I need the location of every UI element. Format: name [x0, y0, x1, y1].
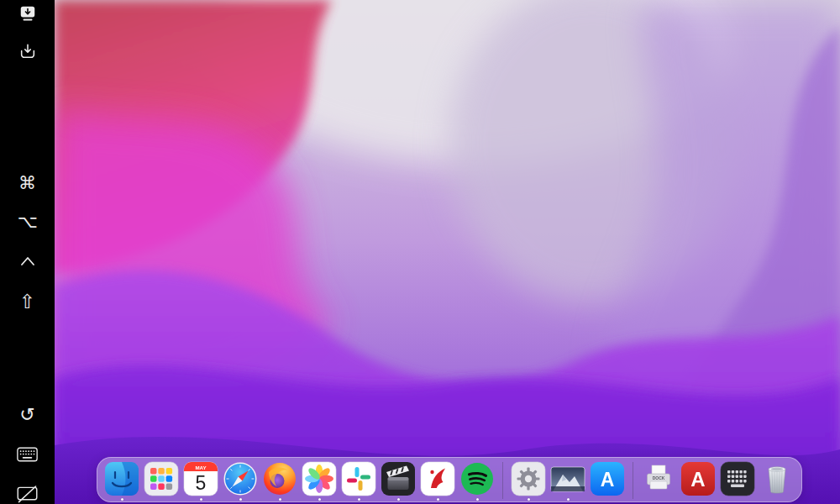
- calendar-day: 5: [196, 472, 207, 494]
- disconnect-display-icon[interactable]: [11, 480, 45, 504]
- running-indicator: [239, 498, 242, 501]
- running-indicator: [397, 498, 400, 501]
- dock-item-slack[interactable]: [341, 461, 376, 501]
- dock-item-photos[interactable]: [302, 461, 337, 501]
- slack-icon: [341, 461, 376, 496]
- acrobat-letter: A: [690, 468, 705, 491]
- remote-desktop-window: ⌘ ⌥ ⇧ ↺: [0, 0, 840, 504]
- shift-glyph: ⇧: [19, 292, 35, 312]
- trash-icon: [759, 461, 795, 496]
- keyboard-icon: [17, 447, 38, 462]
- finder-icon: [104, 461, 139, 496]
- printer-icon: DOCK: [641, 461, 676, 496]
- running-indicator: [121, 498, 123, 501]
- remote-toolbar: ⌘ ⌥ ⇧ ↺: [0, 0, 55, 504]
- running-indicator: [528, 498, 530, 501]
- monterey-wallpaper: [55, 0, 840, 504]
- dock-item-printer[interactable]: DOCK: [641, 461, 676, 501]
- shift-key-icon[interactable]: ⇧: [11, 288, 45, 315]
- command-key-icon[interactable]: ⌘: [11, 170, 45, 197]
- running-indicator: [358, 498, 360, 501]
- gear-icon: [511, 461, 546, 496]
- spotify-icon: [459, 461, 495, 496]
- dock-separator: [633, 462, 633, 499]
- undo-icon[interactable]: ↺: [11, 402, 45, 428]
- option-glyph: ⌥: [17, 213, 37, 231]
- control-chevron-icon: [18, 255, 37, 268]
- safari-compass-icon: [223, 461, 258, 496]
- calendar-icon: MAY 5: [183, 461, 218, 496]
- dock-separator: [502, 462, 503, 499]
- undo-glyph: ↺: [19, 406, 34, 424]
- screenshot-tray-icon[interactable]: [11, 0, 45, 27]
- launchpad-icon: [144, 461, 179, 496]
- running-indicator: [318, 498, 321, 501]
- acrobat-icon: A: [680, 461, 716, 496]
- app-store-icon: A: [590, 461, 625, 496]
- running-indicator: [279, 498, 281, 501]
- running-indicator: [200, 498, 202, 501]
- dock-item-launchpad[interactable]: [144, 461, 179, 501]
- clapperboard-icon: [381, 461, 416, 496]
- dock-item-calendar[interactable]: MAY 5: [183, 461, 218, 501]
- calendar-month: MAY: [195, 465, 207, 470]
- dock-item-safari[interactable]: [223, 461, 258, 501]
- running-indicator: [567, 498, 570, 501]
- printer-label: DOCK: [653, 475, 665, 480]
- photos-pinwheel-icon: [302, 461, 337, 496]
- dock-item-firefox[interactable]: [262, 461, 297, 501]
- red-logo-icon: [420, 461, 455, 496]
- keyboard-grid-icon: [720, 461, 755, 496]
- dock-item-photo-window[interactable]: [550, 461, 585, 501]
- screenshot-tray-icon: [18, 4, 37, 23]
- photo-thumbnail-icon: [550, 461, 585, 496]
- dock-item-system-preferences[interactable]: [511, 461, 546, 501]
- dock-item-final-cut[interactable]: [381, 461, 416, 501]
- dock-item-keyboard-app[interactable]: [720, 461, 755, 501]
- running-indicator: [476, 498, 479, 501]
- dock: MAY 5: [97, 457, 802, 502]
- dock-item-spotify[interactable]: [459, 461, 495, 501]
- dock-item-finder[interactable]: [104, 461, 139, 501]
- dock-item-app-store[interactable]: A: [590, 461, 625, 501]
- dock-item-acrobat[interactable]: A: [680, 461, 716, 501]
- running-indicator: [437, 498, 439, 501]
- download-tray-icon: [18, 42, 37, 60]
- app-store-letter: A: [601, 469, 615, 491]
- dock-item-red-app[interactable]: [420, 461, 455, 501]
- remote-desktop-surface[interactable]: MAY 5: [55, 0, 840, 504]
- dock-item-trash[interactable]: [759, 461, 795, 501]
- control-key-icon[interactable]: [11, 248, 45, 275]
- option-key-icon[interactable]: ⌥: [11, 208, 45, 235]
- disconnect-display-icon: [17, 486, 38, 503]
- command-glyph: ⌘: [18, 175, 36, 192]
- keyboard-icon[interactable]: [11, 441, 45, 468]
- firefox-icon: [262, 461, 297, 496]
- download-tray-icon[interactable]: [11, 38, 45, 65]
